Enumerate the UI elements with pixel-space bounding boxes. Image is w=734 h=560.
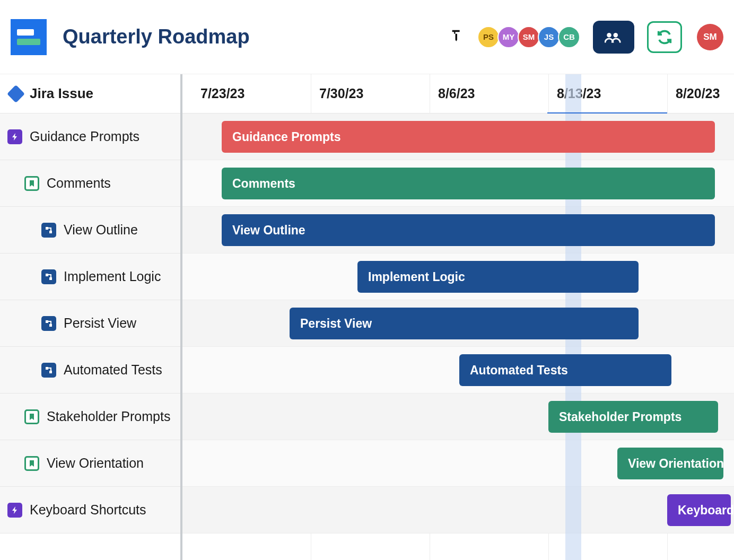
timeline-date: 7/30/23 — [319, 86, 363, 101]
gantt-bar[interactable]: View Outline — [222, 214, 715, 246]
sidebar-header[interactable]: Jira Issue — [0, 74, 180, 113]
current-week-underline — [547, 112, 667, 113]
svg-rect-2 — [46, 227, 48, 230]
format-icon[interactable] — [450, 28, 465, 46]
today-indicator — [565, 74, 581, 113]
profile-avatar[interactable]: SM — [697, 24, 723, 50]
gantt-bar[interactable]: Persist View — [290, 308, 639, 339]
sidebar-item-label: Stakeholder Prompts — [47, 409, 170, 424]
share-button[interactable] — [593, 21, 634, 54]
timeline-row-bg — [182, 487, 734, 533]
sidebar-item[interactable]: Guidance Prompts — [0, 113, 180, 160]
gantt-bar[interactable]: Implement Logic — [357, 261, 639, 293]
svg-rect-4 — [46, 274, 48, 276]
timeline[interactable]: 7/23/237/30/238/6/238/13/238/20/23 Guida… — [182, 74, 734, 560]
svg-rect-9 — [49, 371, 52, 373]
sidebar-item[interactable]: Implement Logic — [0, 253, 180, 300]
timeline-gridline — [430, 74, 430, 113]
epic-icon — [7, 503, 22, 518]
task-icon — [41, 223, 56, 238]
timeline-body[interactable]: Guidance PromptsCommentsView OutlineImpl… — [182, 113, 734, 560]
sidebar-item[interactable]: Stakeholder Prompts — [0, 393, 180, 440]
gantt-bar[interactable]: Comments — [222, 168, 715, 199]
gantt-bar[interactable]: Guidance Prompts — [222, 121, 715, 153]
app-logo-icon — [11, 19, 47, 55]
page-title: Quarterly Roadmap — [63, 25, 250, 48]
epic-icon — [7, 129, 22, 144]
gantt-bar[interactable]: View Orientation — [617, 448, 723, 479]
timeline-date: 8/20/23 — [676, 86, 720, 101]
svg-rect-5 — [49, 277, 52, 280]
sidebar-item-label: View Orientation — [47, 456, 144, 471]
task-icon — [41, 269, 56, 284]
sidebar-item[interactable]: Keyboard Shortcuts — [0, 487, 180, 533]
svg-rect-7 — [49, 324, 52, 327]
svg-point-0 — [607, 32, 611, 37]
jira-icon — [7, 85, 25, 103]
sidebar-item-label: Implement Logic — [64, 269, 161, 284]
timeline-gridline — [311, 74, 311, 113]
task-icon — [41, 363, 56, 378]
gantt-bar[interactable]: Keyboard — [667, 494, 731, 526]
timeline-date: 8/6/23 — [438, 86, 475, 101]
sidebar-item[interactable]: View Orientation — [0, 440, 180, 487]
collaborator-avatar[interactable]: JS — [538, 26, 560, 48]
collaborator-avatar[interactable]: SM — [518, 26, 540, 48]
sidebar-item[interactable]: Persist View — [0, 300, 180, 347]
timeline-gridline — [548, 74, 549, 113]
timeline-date: 7/23/23 — [200, 86, 244, 101]
svg-point-1 — [614, 32, 618, 37]
svg-rect-8 — [46, 367, 48, 370]
story-icon — [24, 176, 39, 191]
sidebar-item-label: Guidance Prompts — [30, 129, 139, 144]
timeline-header: 7/23/237/30/238/6/238/13/238/20/23 — [182, 74, 734, 113]
collaborator-avatar[interactable]: MY — [497, 26, 520, 48]
task-icon — [41, 316, 56, 331]
sidebar-item-label: Persist View — [64, 316, 136, 331]
refresh-button[interactable] — [647, 21, 682, 53]
sidebar-item[interactable]: View Outline — [0, 207, 180, 253]
sidebar-header-label: Jira Issue — [30, 85, 93, 102]
collaborator-avatar[interactable]: CB — [558, 26, 580, 48]
story-icon — [24, 409, 39, 424]
collaborator-avatars[interactable]: PSMYSMJSCB — [479, 26, 580, 48]
sidebar-item-label: View Outline — [64, 222, 138, 238]
app-header: Quarterly Roadmap PSMYSMJSCB SM — [0, 0, 734, 74]
collaborator-avatar[interactable]: PS — [477, 26, 500, 48]
sidebar-item[interactable]: Comments — [0, 160, 180, 207]
sidebar-item[interactable]: Automated Tests — [0, 347, 180, 393]
sidebar-item-label: Comments — [47, 176, 111, 191]
sidebar-item-label: Keyboard Shortcuts — [30, 502, 146, 518]
story-icon — [24, 456, 39, 471]
svg-rect-3 — [49, 231, 52, 233]
timeline-gridline — [667, 74, 668, 113]
svg-rect-6 — [46, 320, 48, 323]
issue-sidebar: Jira Issue Guidance PromptsCommentsView … — [0, 74, 182, 560]
sidebar-item-label: Automated Tests — [64, 362, 162, 378]
gantt-bar[interactable]: Stakeholder Prompts — [548, 401, 718, 433]
gantt-bar[interactable]: Automated Tests — [459, 354, 671, 386]
